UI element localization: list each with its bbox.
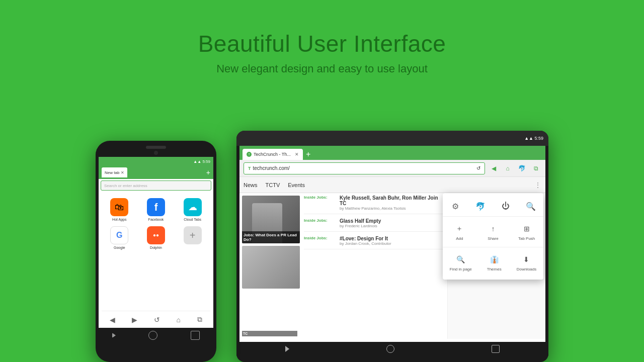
tablet-dropdown-menu: ⚙ 🐬 ⏻ 🔍 ＋ Add [443,193,447,280]
news-info-3: #Love: Design For It by Jordan Crook, Co… [340,236,443,246]
tablet-nav-tctv[interactable]: TCTV [266,182,280,188]
phone-app-facebook[interactable]: f Facebook [140,198,172,221]
phone-camera [154,151,158,155]
phone-tabs-icon[interactable]: ⧉ [197,315,202,324]
news-title-1: Kyle Russell, Sarah Buhr, Ron Miller Joi… [340,195,443,206]
phone-screen: ▲▲ 5:59 New tab ✕ + Search or enter addr… [99,157,213,328]
tablet-content: Jobs: What Does a PR Lead Do? TC Insi [239,193,545,339]
tablet-top-bar: ▲▲ 5:59 [236,131,548,146]
news-info-2: Glass Half Empty by Frederic Lardinois [340,218,443,228]
tablet-home-icon[interactable]: ⌂ [502,163,513,174]
phone-app-grid: 🛍 Hot Apps f Facebook ☁ Cloud Tabs G Goo… [99,193,213,254]
dolphin-label: Dolphin [150,246,162,249]
tablet-dolphin-icon[interactable]: 🐬 [516,163,527,174]
add-icon: + [184,226,202,244]
facebook-icon: f [147,198,165,216]
facebook-label: Facebook [148,218,164,221]
news-item-1: Inside Jobs: Kyle Russell, Sarah Buhr, R… [304,195,443,214]
tablet-tab-favicon: T [247,152,252,157]
news-item-2: Inside Jobs: Glass Half Empty by Frederi… [304,218,443,232]
news-list: Inside Jobs: Kyle Russell, Sarah Buhr, R… [300,193,447,339]
tablet-tab-bar: T TechCrunch - Th... ✕ + [239,146,545,160]
news-title-3: #Love: Design For It [340,236,443,241]
dropdown-findinpage-item[interactable]: 🔍 Find in page [446,251,447,274]
phone-recents-system-button[interactable] [191,331,200,340]
phone-forward-icon[interactable]: ▶ [132,316,137,324]
phone-address-text: Search or enter address [104,184,147,188]
tablet-device: ▲▲ 5:59 T TechCrunch - Th... ✕ + T techc… [236,131,548,362]
main-news-image: Jobs: What Does a PR Lead Do? [242,196,300,243]
tablet-tab-label: TechCrunch - Th... [254,152,291,157]
news-author-1: by Matthew Panzarino, Alexia Tsotsis [340,206,443,211]
news-category-2: Inside Jobs: [304,218,337,228]
hotapps-label: Hot Apps [112,218,126,221]
tablet-main-image: Jobs: What Does a PR Lead Do? TC [239,193,300,339]
main-image-overlay: Jobs: What Does a PR Lead Do? [242,231,300,243]
tablet-home-system-button[interactable] [386,345,394,353]
google-icon: G [110,226,128,244]
tablet-back-icon[interactable]: ◀ [488,163,499,174]
phone-app-add[interactable]: + [177,226,208,249]
phone-tab-add-button[interactable]: + [206,168,210,176]
dropdown-add-item[interactable]: ＋ Add [447,221,447,243]
phone-status-text: ▲▲ 5:59 [193,159,210,164]
sub-title: New elegant design and easy to use layou… [0,62,644,75]
phone-refresh-icon[interactable]: ↺ [154,316,160,324]
tablet-url-text: techcrunch.com/ [253,165,290,171]
tablet-tab-close-icon[interactable]: ✕ [295,152,299,157]
phone-back-system-button[interactable] [112,333,116,338]
main-title: Beautiful User Interface [0,30,644,57]
tablet-nav-events[interactable]: Events [288,182,305,188]
dropdown-top-row: ⚙ 🐬 ⏻ 🔍 [443,197,447,214]
header-section: Beautiful User Interface New elegant des… [0,0,644,75]
dropdown-row-1: ＋ Add ↑ Share ⊞ Tab Push [443,219,447,245]
dropdown-row-2: 🔍 Find in page 👔 Themes ⬇ Downloads [443,249,447,276]
news-title-2: Glass Half Empty [340,218,443,224]
cloud-label: Cloud Tabs [184,218,201,221]
tablet-status-text: ▲▲ 5:59 [524,136,543,141]
dolphin-icon: ●● [147,226,165,244]
phone-app-hotapps[interactable]: 🛍 Hot Apps [104,198,135,221]
phone-status-bar: ▲▲ 5:59 [99,157,213,166]
news-category-3: Inside Jobs: [304,236,337,246]
tablet-pages-icon[interactable]: ⧉ [530,163,541,174]
tablet-url-bar[interactable]: T techcrunch.com/ ↺ [244,162,485,174]
phone-nav-bar: ◀ ▶ ↺ ⌂ ⧉ [102,311,210,328]
google-label: Google [114,246,125,249]
tablet-screen: T TechCrunch - Th... ✕ + T techcrunch.co… [239,146,545,342]
news-item-3: Inside Jobs: #Love: Design For It by Jor… [304,236,443,249]
phone-tab-label: New tab [105,170,119,175]
phone-tab-bar: New tab ✕ + [99,166,213,179]
phone-tab[interactable]: New tab ✕ [102,167,127,177]
phone-app-dolphin[interactable]: ●● Dolphin [140,226,172,249]
dropdown-divider-2 [443,247,447,247]
tablet-main-content: Jobs: What Does a PR Lead Do? TC Insi [239,193,447,339]
phone-app-google[interactable]: G Google [104,226,135,249]
dropdown-divider-1 [443,216,447,217]
phone-address-bar[interactable]: Search or enter address [101,180,211,191]
news-info-1: Kyle Russell, Sarah Buhr, Ron Miller Joi… [340,195,443,211]
tablet-nav-bar-top: News TCTV Events ⋮ [239,177,545,193]
phone-back-icon[interactable]: ◀ [110,316,115,324]
news-category-1: Inside Jobs: [304,195,337,211]
phone-app-cloud[interactable]: ☁ Cloud Tabs [177,198,208,221]
tablet-recents-system-button[interactable] [492,345,500,353]
tablet-tab-add-button[interactable]: + [306,150,310,160]
phone-speaker [146,146,166,149]
cloud-icon: ☁ [184,198,202,216]
tablet-nav-icons: ◀ ⌂ 🐬 ⧉ [488,163,541,174]
phone-device: ▲▲ 5:59 New tab ✕ + Search or enter addr… [96,141,216,362]
phone-tab-close-icon[interactable]: ✕ [121,170,124,175]
tablet-tab[interactable]: T TechCrunch - Th... ✕ [243,149,303,160]
phone-system-bar [96,328,216,343]
tablet-more-icon[interactable]: ⋮ [534,181,541,189]
tablet-reload-icon[interactable]: ↺ [476,165,480,171]
tablet-system-bar [236,342,548,356]
news-author-3: by Jordan Crook, Contributor [340,241,443,246]
tablet-back-system-button[interactable] [285,346,289,352]
devices-container: ▲▲ 5:59 New tab ✕ + Search or enter addr… [96,116,548,362]
news-author-2: by Frederic Lardinois [340,224,443,228]
phone-home-icon[interactable]: ⌂ [176,316,180,324]
tablet-nav-news[interactable]: News [244,182,258,188]
phone-home-system-button[interactable] [148,331,157,340]
